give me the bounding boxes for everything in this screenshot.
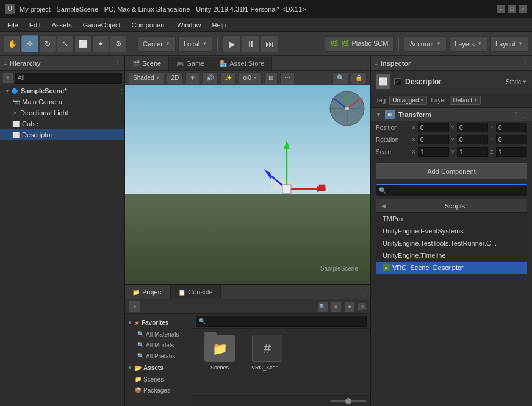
- script-item-tmpro[interactable]: TMPro: [376, 213, 527, 225]
- step-button[interactable]: ⏭: [261, 35, 279, 52]
- size-slider[interactable]: [330, 400, 367, 402]
- pause-button[interactable]: ⏸: [242, 35, 260, 52]
- menu-assets[interactable]: Assets: [47, 20, 77, 30]
- scripts-back-arrow[interactable]: ◀: [381, 203, 386, 209]
- assets-search[interactable]: 🔍: [196, 316, 367, 327]
- move-tool[interactable]: ✛: [21, 35, 38, 52]
- shading-label: Shaded: [133, 74, 154, 81]
- menu-gameobject[interactable]: GameObject: [78, 20, 126, 30]
- object-active-checkbox[interactable]: [394, 78, 401, 85]
- inspector-panel: ≡ Inspector ⋮ ⬜ Descriptor Static ▼ Tag …: [370, 56, 532, 406]
- search-scene-btn[interactable]: 🔍: [332, 72, 348, 84]
- svg-rect-6: [282, 185, 291, 193]
- project-add-button[interactable]: +: [129, 301, 141, 313]
- menu-file[interactable]: File: [2, 20, 23, 30]
- hierarchy-item-cube[interactable]: ⬜ Cube: [0, 118, 124, 129]
- layer-dropdown[interactable]: Default ▼: [450, 96, 481, 105]
- maximize-button[interactable]: □: [508, 5, 516, 13]
- project-star-btn[interactable]: ★: [344, 301, 355, 312]
- custom-tool[interactable]: ⚙: [110, 35, 127, 52]
- hierarchy-item-main-camera[interactable]: 📷 Main Camera: [0, 96, 124, 107]
- rotation-x-value[interactable]: 0: [418, 135, 449, 144]
- packages-icon: 📦: [135, 387, 142, 393]
- tab-scene[interactable]: 🎬 Scene: [125, 57, 169, 70]
- close-button[interactable]: ×: [519, 5, 527, 13]
- hierarchy-search[interactable]: All: [15, 73, 122, 84]
- menu-window[interactable]: Window: [172, 20, 206, 30]
- center-toggle[interactable]: Center ▼: [137, 36, 176, 52]
- scene-tab-menu[interactable]: ⋮: [357, 63, 370, 70]
- gizmos-toggle[interactable]: ⊙0 ▼: [239, 72, 262, 84]
- filter-all-prefabs[interactable]: 🔍 All Prefabs: [125, 351, 192, 361]
- add-component-button[interactable]: Add Component: [376, 163, 527, 179]
- script-item-eventsystems[interactable]: UnityEngine.EventSystems: [376, 225, 527, 237]
- menu-edit[interactable]: Edit: [24, 20, 46, 30]
- plastic-scm-button[interactable]: 🌿 🌿 Plastic SCM: [325, 36, 394, 52]
- hierarchy-menu[interactable]: ⋮: [114, 59, 121, 67]
- transform-help[interactable]: ?: [514, 112, 517, 118]
- hand-tool[interactable]: ✋: [4, 35, 21, 52]
- local-toggle[interactable]: Local ▼: [178, 36, 212, 52]
- assets-folder-header[interactable]: ▼ 📂 Assets: [125, 361, 192, 374]
- rotation-label: Rotation: [376, 137, 409, 143]
- menu-component[interactable]: Component: [126, 20, 171, 30]
- scale-y-value[interactable]: 1: [457, 147, 488, 157]
- asset-item-vrc-script[interactable]: # VRC_Scen...: [246, 335, 289, 371]
- script-item-timeline[interactable]: UnityEngine.Timeline: [376, 249, 527, 262]
- position-x-value[interactable]: 0: [418, 123, 449, 132]
- menu-help[interactable]: Help: [207, 20, 231, 30]
- rect-tool[interactable]: ⬜: [74, 35, 92, 52]
- effects-toggle[interactable]: ✨: [220, 72, 236, 84]
- scale-tool[interactable]: ⤡: [57, 35, 74, 52]
- transform-menu[interactable]: ⋮: [521, 112, 527, 118]
- bottom-panel-menu[interactable]: ⋮: [357, 292, 370, 299]
- hierarchy-item-directional-light[interactable]: ☀ Directional Light: [0, 107, 124, 118]
- inspector-menu[interactable]: ⋮: [522, 59, 528, 67]
- layers-toggle[interactable]: Layers ▼: [449, 36, 487, 52]
- hierarchy-add-button[interactable]: +: [2, 73, 13, 84]
- hierarchy-scene-item[interactable]: ▼ 🔷 SampleScene* ⋮: [0, 85, 124, 96]
- position-row: Position X 0 Y 0 Z 0: [371, 121, 532, 134]
- scenes-label: Scenes: [143, 376, 164, 383]
- folder-packages[interactable]: 📦 Packages: [125, 385, 192, 396]
- tab-game[interactable]: 🎮 Game: [169, 57, 212, 70]
- scale-z-value[interactable]: 1: [496, 147, 527, 157]
- audio-toggle[interactable]: 🔊: [202, 72, 218, 84]
- layers-arrow: ▼: [477, 41, 482, 46]
- account-toggle[interactable]: Account ▼: [404, 36, 447, 52]
- folder-scenes[interactable]: 📁 Scenes: [125, 374, 192, 385]
- filter-all-models[interactable]: 🔍 All Models: [125, 340, 192, 351]
- scene-kebab[interactable]: ⋮: [118, 88, 124, 94]
- favorites-header[interactable]: ▼ ★ Favorites: [125, 316, 192, 329]
- position-y-value[interactable]: 0: [457, 123, 488, 132]
- project-filter-btn[interactable]: ◈: [331, 301, 342, 312]
- script-item-vrc[interactable]: # VRC_Scene_Descriptor: [376, 262, 527, 274]
- scene-viewport[interactable]: SampleScene X Y Z: [125, 85, 370, 284]
- tab-asset-store[interactable]: 🏪 Asset Store: [212, 57, 272, 70]
- shading-dropdown[interactable]: Shaded ▼: [129, 72, 164, 84]
- filter-all-materials[interactable]: 🔍 All Materials: [125, 329, 192, 340]
- scale-x-value[interactable]: 1: [418, 147, 449, 157]
- rotation-y-value[interactable]: 0: [457, 135, 488, 144]
- position-z-value[interactable]: 0: [496, 123, 527, 132]
- tab-project[interactable]: 📁 Project: [125, 285, 171, 299]
- more-toggle[interactable]: ⋯: [280, 72, 295, 84]
- grid-toggle[interactable]: ⊞: [264, 72, 278, 84]
- 2d-toggle[interactable]: 2D: [167, 72, 183, 84]
- project-search-btn[interactable]: 🔍: [317, 301, 328, 312]
- play-button[interactable]: ▶: [223, 35, 241, 52]
- hierarchy-item-descriptor[interactable]: ⬜ Descriptor: [0, 129, 124, 140]
- tag-dropdown[interactable]: Untagged ▼: [389, 96, 427, 105]
- transform-tool[interactable]: ✦: [92, 35, 109, 52]
- lock-btn[interactable]: 🔒: [351, 72, 367, 84]
- lighting-toggle[interactable]: ☀: [185, 72, 200, 84]
- layout-toggle[interactable]: Layout ▼: [490, 36, 528, 52]
- rotation-z-value[interactable]: 0: [496, 135, 527, 144]
- tab-console[interactable]: 📋 Console: [171, 285, 220, 299]
- script-item-testrunner[interactable]: UnityEngine.TestTools.TestRunner.C...: [376, 237, 527, 249]
- component-search-input[interactable]: [389, 187, 524, 194]
- transform-section-header[interactable]: ▼ ⊕ Transform ? ⋮: [371, 108, 532, 121]
- rotate-tool[interactable]: ↻: [39, 35, 56, 52]
- minimize-button[interactable]: −: [497, 5, 505, 13]
- asset-item-scenes[interactable]: 📁 Scenes: [198, 335, 241, 371]
